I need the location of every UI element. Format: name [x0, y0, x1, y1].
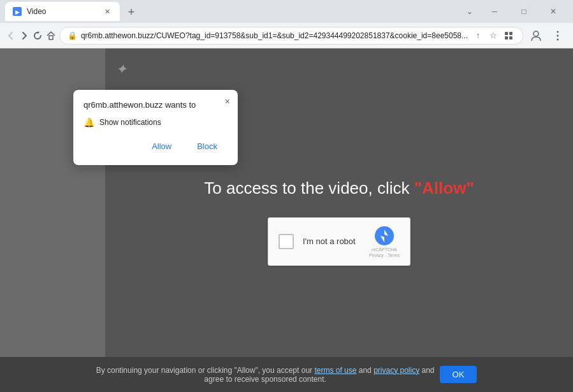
address-actions: ↑ ☆ [472, 29, 515, 42]
video-message-area: To access to the video, click "Allow" I'… [204, 178, 474, 266]
privacy-policy-link[interactable]: privacy policy [374, 366, 419, 375]
svg-rect-4 [509, 32, 512, 35]
consent-text-middle: and [356, 366, 374, 375]
minimize-button[interactable]: ─ [480, 0, 509, 23]
popup-title: qr6mb.atthewon.buzz wants to [83, 100, 228, 110]
popup-allow-button[interactable]: Allow [141, 138, 182, 155]
video-main-text: To access to the video, click [204, 178, 414, 198]
toolbar-right [526, 25, 568, 46]
bell-icon: 🔔 [83, 117, 94, 127]
page-content: ✦ To access to the video, click "Allow" … [0, 48, 573, 392]
lock-icon: 🔒 [68, 31, 77, 40]
recaptcha-logo-icon [374, 226, 395, 246]
recaptcha-branding: reCAPTCHA Privacy - Terms [369, 226, 400, 258]
chevron-down-button[interactable]: ⌄ [462, 4, 477, 19]
share-page-button[interactable]: ↑ [472, 29, 484, 42]
popup-block-button[interactable]: Block [187, 138, 228, 155]
address-bar[interactable]: 🔒 qr6mb.atthewon.buzz/CUWEO?tag_id=91375… [59, 27, 523, 45]
title-bar: ▶ Video ✕ + ⌄ ─ □ ✕ [0, 0, 573, 23]
video-watermark: ✦ [115, 61, 127, 78]
svg-point-10 [557, 38, 559, 40]
back-button[interactable] [5, 25, 16, 46]
ok-button[interactable]: OK [440, 366, 477, 383]
svg-text:▶: ▶ [15, 9, 20, 15]
tab-area: ▶ Video ✕ + [5, 2, 462, 21]
more-options-button[interactable] [548, 25, 568, 46]
reload-button[interactable] [32, 25, 43, 46]
recaptcha-terms-text: Privacy - Terms [369, 253, 400, 258]
tab-close-button[interactable]: ✕ [102, 6, 112, 17]
consent-text-line2: agree to receive sponsored content. [204, 375, 326, 384]
bookmark-button[interactable]: ☆ [487, 29, 500, 42]
url-text: qr6mb.atthewon.buzz/CUWEO?tag_id=913758&… [81, 31, 468, 40]
svg-rect-3 [505, 32, 508, 35]
recaptcha-label: I'm not a robot [303, 236, 360, 246]
video-allow-text: "Allow" [414, 178, 474, 198]
popup-close-button[interactable]: × [225, 96, 230, 106]
svg-point-11 [375, 226, 394, 245]
profile-button[interactable] [526, 25, 546, 46]
extensions-button[interactable] [502, 29, 515, 42]
svg-point-7 [533, 31, 539, 36]
browser-window: ▶ Video ✕ + ⌄ ─ □ ✕ 🔒 qr6mb [0, 0, 573, 392]
tab-favicon: ▶ [13, 7, 22, 16]
popup-permission-row: 🔔 Show notifications [83, 117, 228, 127]
new-tab-button[interactable]: + [122, 3, 140, 21]
close-window-button[interactable]: ✕ [539, 0, 568, 23]
recaptcha-widget[interactable]: I'm not a robot reCAPTCHA Privacy - Term… [268, 217, 410, 266]
consent-text-before: By continuing your navigation or clickin… [96, 366, 315, 375]
home-button[interactable] [46, 25, 57, 46]
notification-permission-popup: × qr6mb.atthewon.buzz wants to 🔔 Show no… [73, 90, 238, 165]
svg-rect-2 [49, 36, 53, 40]
maximize-button[interactable]: □ [509, 0, 539, 23]
recaptcha-brand-text: reCAPTCHA [372, 247, 397, 252]
popup-action-buttons: Allow Block [83, 138, 228, 155]
svg-rect-6 [509, 36, 512, 40]
recaptcha-checkbox[interactable] [279, 234, 294, 249]
active-tab[interactable]: ▶ Video ✕ [5, 2, 120, 21]
svg-point-8 [557, 31, 559, 33]
consent-text: By continuing your navigation or clickin… [96, 366, 435, 384]
svg-rect-5 [505, 36, 508, 40]
terms-of-use-link[interactable]: terms of use [314, 366, 356, 375]
forward-button[interactable] [18, 25, 29, 46]
popup-permission-text: Show notifications [99, 118, 161, 127]
consent-text-after: and [419, 366, 434, 375]
video-instruction-text: To access to the video, click "Allow" [204, 178, 474, 198]
consent-bottom-bar: By continuing your navigation or clickin… [0, 357, 573, 392]
svg-point-9 [557, 34, 559, 36]
tab-title: Video [27, 7, 97, 16]
window-controls: ⌄ ─ □ ✕ [462, 0, 568, 23]
toolbar: 🔒 qr6mb.atthewon.buzz/CUWEO?tag_id=91375… [0, 23, 573, 48]
